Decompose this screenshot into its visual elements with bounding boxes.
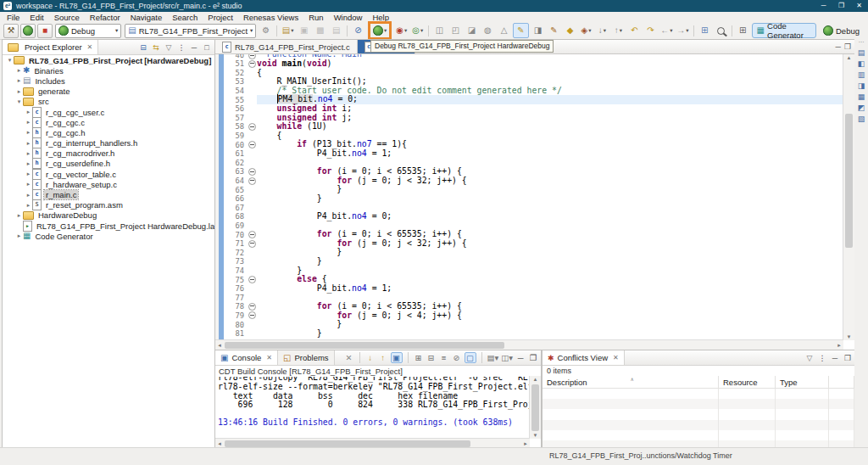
maximize-view-icon[interactable]: ❐: [843, 354, 853, 362]
tree-item-includes[interactable]: ▸▤Includes: [3, 76, 214, 86]
tree-collapsed-arrow-icon[interactable]: ▸: [25, 160, 32, 167]
console-view-menu-icon[interactable]: ◫▾: [501, 353, 513, 362]
column-header-resource[interactable]: Resource: [719, 376, 776, 388]
fold-marker-icon[interactable]: [248, 60, 257, 68]
link-with-editor-icon[interactable]: ⇆: [151, 43, 161, 52]
minimized-build-targets-view-icon[interactable]: ◧: [858, 59, 865, 70]
previous-annotation-icon[interactable]: ↑▾: [611, 24, 626, 37]
close-view-icon[interactable]: ✕: [266, 354, 272, 361]
display-selected-console-icon[interactable]: ▢: [465, 352, 476, 363]
maximize-editor-icon[interactable]: ❐: [844, 42, 851, 51]
step-over-icon[interactable]: ◫: [432, 24, 447, 37]
run-launch-icon[interactable]: ◎▾: [410, 24, 425, 37]
tree-item-generate[interactable]: ▸generate: [3, 87, 214, 97]
tree-item-r-cg-cgc-h[interactable]: ▸hr_cg_cgc.h: [3, 127, 214, 137]
minimize-view-icon[interactable]: ─: [189, 43, 199, 52]
fold-marker-icon[interactable]: [248, 276, 257, 283]
tree-item-rl78-g14-fpb-first-project-hardwaredebug-launch[interactable]: ▶RL78_G14_FPB_First_Project HardwareDebu…: [3, 221, 214, 231]
minimized-smart-browser-view-icon[interactable]: ◩: [858, 103, 865, 114]
tree-collapsed-arrow-icon[interactable]: ▸: [25, 181, 32, 188]
profiling-tools-icon[interactable]: ◪: [465, 24, 479, 37]
memory-usage-icon[interactable]: ◍: [481, 24, 495, 37]
open-type-icon[interactable]: ⊞: [698, 24, 712, 37]
minimized-memory-view-icon[interactable]: ▦: [858, 92, 865, 103]
last-edit-location-icon[interactable]: ↶: [627, 24, 642, 37]
toolbar-overflow-icon[interactable]: ⋯: [859, 39, 865, 48]
new-wizard-icon[interactable]: ▤▾: [281, 24, 295, 37]
clear-console-icon[interactable]: ⊞: [414, 353, 424, 362]
launch-project-combo[interactable]: ▤RL78_G14_FPB_First_Project▾: [125, 24, 256, 38]
menu-navigate[interactable]: Navigate: [125, 13, 168, 22]
filter-icon[interactable]: ▽: [804, 354, 815, 362]
tree-collapsed-arrow-icon[interactable]: ▸: [15, 88, 23, 95]
scroll-lock-icon[interactable]: ⊟: [426, 353, 437, 362]
editor-tab-rl78-g14-fpb-first-project-c[interactable]: cRL78_G14_FPB_First_Project.c: [215, 40, 358, 53]
tree-item-code-generator[interactable]: ▸▦Code Generator: [3, 231, 214, 241]
launch-config-combo[interactable]: Debug▾: [55, 24, 121, 38]
minimize-view-icon[interactable]: ─: [830, 354, 840, 362]
close-view-icon[interactable]: ✕: [613, 354, 619, 361]
tree-collapsed-arrow-icon[interactable]: ▸: [25, 192, 32, 199]
save-icon[interactable]: ▣: [297, 24, 311, 37]
fold-marker-icon[interactable]: [248, 231, 257, 238]
skip-all-breakpoints-icon[interactable]: ⊘: [351, 24, 365, 37]
tree-item-r-hardware-setup-c[interactable]: ▸cr_hardware_setup.c: [3, 179, 214, 189]
minimized-documents-view-icon[interactable]: ▥: [858, 70, 865, 81]
search-references-icon[interactable]: ◈▾: [579, 24, 593, 37]
forward-edit-location-icon[interactable]: ↷: [643, 24, 658, 37]
tree-item-r-cg-cgc-user-c[interactable]: ▸cr_cg_cgc_user.c: [3, 107, 214, 117]
filter-icon[interactable]: ▽: [164, 43, 174, 52]
tree-item-r-cg-userdefine-h[interactable]: ▸hr_cg_userdefine.h: [3, 159, 214, 169]
tree-expanded-arrow-icon[interactable]: ▾: [6, 57, 14, 64]
tree-item-hardwaredebug[interactable]: ▸HardwareDebug: [3, 210, 214, 221]
back-history-icon[interactable]: ←▾: [659, 24, 674, 37]
tree-item-src[interactable]: ▾src: [3, 97, 214, 107]
highlight-source-icon[interactable]: ✎: [513, 23, 529, 38]
collapse-all-icon[interactable]: ⊟: [138, 43, 148, 52]
minimize-window-button[interactable]: ─: [815, 0, 832, 12]
tree-collapsed-arrow-icon[interactable]: ▸: [15, 77, 23, 84]
visual-expression-icon[interactable]: △: [497, 24, 511, 37]
tab-conflicts-view[interactable]: ✱ Conflicts View ✕: [542, 350, 625, 365]
tree-item-r-reset-program-asm[interactable]: ▸Sr_reset_program.asm: [3, 200, 214, 210]
menu-window[interactable]: Window: [329, 13, 368, 22]
terminate-button[interactable]: ■: [37, 24, 53, 38]
menu-project[interactable]: Project: [203, 13, 238, 22]
maximize-view-icon[interactable]: □: [202, 43, 212, 52]
save-all-icon[interactable]: ▩: [313, 24, 327, 37]
column-header-type[interactable]: Type: [776, 376, 829, 388]
tree-collapsed-arrow-icon[interactable]: ▸: [25, 171, 32, 177]
tree-collapsed-arrow-icon[interactable]: ▸: [25, 202, 32, 209]
fold-marker-icon[interactable]: [248, 123, 257, 131]
menu-help[interactable]: Help: [367, 13, 394, 22]
menu-refactor[interactable]: Refactor: [85, 13, 125, 22]
next-annotation-icon[interactable]: ↓▾: [595, 24, 609, 37]
minimized-outline-view-icon[interactable]: ▤: [858, 48, 865, 59]
menu-source[interactable]: Source: [49, 13, 85, 22]
editor-vertical-scrollbar[interactable]: ▲ ▼: [843, 54, 854, 340]
tab-problems[interactable]: ◱Problems: [278, 350, 335, 365]
terminate-console-icon[interactable]: ✕: [344, 353, 354, 362]
search-icon[interactable]: [714, 24, 728, 37]
word-wrap-icon[interactable]: ≡: [439, 353, 449, 362]
column-header-description[interactable]: Description∧: [542, 376, 719, 388]
tab-project-explorer[interactable]: Project Explorer ✕: [3, 40, 98, 54]
tree-item-r-cg-macrodriver-h[interactable]: ▸hr_cg_macrodriver.h: [3, 148, 214, 159]
scroll-down-icon[interactable]: ↓: [365, 353, 376, 362]
minimized-registers-view-icon[interactable]: ◨: [858, 81, 865, 92]
tree-item-r-main-c[interactable]: ▸cr_main.c: [3, 189, 214, 199]
perspective-code-generator-button[interactable]: ▦Code Generator: [752, 23, 816, 38]
tree-collapsed-arrow-icon[interactable]: ▸: [15, 67, 23, 74]
menu-file[interactable]: File: [2, 13, 25, 22]
tree-item-r-cg-interrupt-handlers-h[interactable]: ▸hr_cg_interrupt_handlers.h: [3, 138, 214, 148]
open-console-icon[interactable]: ▤▾: [487, 353, 499, 362]
fold-marker-icon[interactable]: [248, 303, 257, 311]
tree-collapsed-arrow-icon[interactable]: ▸: [15, 232, 23, 239]
open-perspective-icon[interactable]: ⊞: [736, 24, 750, 37]
close-window-button[interactable]: ✕: [850, 0, 868, 12]
maximize-window-button[interactable]: ❐: [832, 0, 850, 12]
menu-run[interactable]: Run: [303, 13, 328, 22]
tree-collapsed-arrow-icon[interactable]: ▸: [25, 119, 32, 126]
tree-collapsed-arrow-icon[interactable]: ▸: [25, 150, 32, 157]
debug-restart-button[interactable]: [20, 24, 36, 38]
